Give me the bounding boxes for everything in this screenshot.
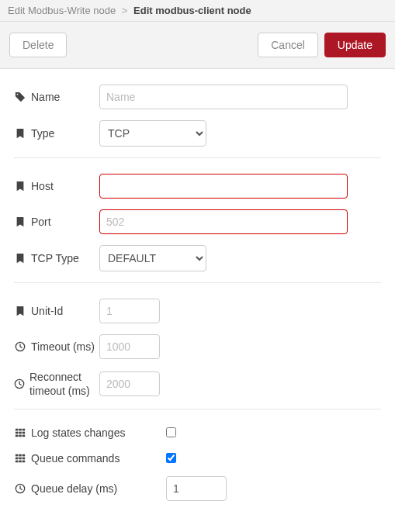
timeout-input[interactable]: [99, 334, 160, 359]
clock-icon: [14, 483, 26, 494]
label-reconnect: Reconnect timeout (ms): [14, 370, 99, 398]
logstates-checkbox[interactable]: [166, 427, 176, 437]
row-queuedelay: Queue delay (ms): [14, 476, 381, 501]
svg-rect-3: [19, 429, 22, 431]
svg-rect-6: [19, 432, 22, 434]
label-logstates-text: Log states changes: [31, 427, 125, 439]
svg-rect-2: [16, 429, 19, 431]
svg-rect-10: [23, 435, 26, 437]
breadcrumb: Edit Modbus-Write node > Edit modbus-cli…: [0, 0, 395, 22]
row-tcptype: TCP Type DEFAULT: [14, 245, 381, 271]
svg-rect-13: [23, 454, 26, 457]
delete-button[interactable]: Delete: [9, 33, 67, 57]
svg-rect-17: [16, 461, 19, 463]
label-tcptype-text: TCP Type: [31, 252, 79, 264]
update-button[interactable]: Update: [324, 33, 386, 57]
label-timeout-text: Timeout (ms): [31, 340, 95, 353]
clock-icon: [14, 341, 26, 352]
row-timeout: Timeout (ms): [14, 334, 381, 359]
label-unitid: Unit-Id: [14, 305, 99, 317]
label-name-text: Name: [31, 91, 60, 103]
svg-rect-12: [19, 454, 22, 457]
clock-icon: [14, 378, 25, 389]
svg-rect-18: [19, 461, 22, 463]
breadcrumb-current: Edit modbus-client node: [133, 5, 251, 16]
row-unitid: Unit-Id: [14, 299, 381, 323]
svg-rect-9: [19, 435, 22, 437]
queuecmds-checkbox[interactable]: [166, 453, 176, 463]
tcptype-select[interactable]: DEFAULT: [99, 245, 206, 271]
label-logstates: Log states changes: [14, 427, 154, 439]
breadcrumb-parent[interactable]: Edit Modbus-Write node: [8, 5, 116, 16]
svg-rect-14: [16, 458, 19, 460]
label-reconnect-text: Reconnect timeout (ms): [29, 370, 99, 398]
host-input[interactable]: [99, 174, 348, 199]
bookmark-icon: [14, 128, 26, 139]
svg-rect-7: [23, 432, 26, 434]
th-icon: [14, 427, 26, 438]
label-queuedelay-text: Queue delay (ms): [31, 482, 117, 495]
svg-rect-11: [16, 454, 19, 457]
separator-2: [14, 282, 381, 283]
name-input[interactable]: [99, 85, 348, 109]
row-host: Host: [14, 174, 381, 199]
reconnect-input[interactable]: [99, 371, 160, 396]
label-timeout: Timeout (ms): [14, 340, 99, 353]
label-name: Name: [14, 91, 99, 103]
separator-1: [14, 157, 381, 158]
label-queuecmds: Queue commands: [14, 452, 154, 465]
label-tcptype: TCP Type: [14, 252, 99, 264]
row-logstates: Log states changes: [14, 425, 381, 440]
bookmark-icon: [14, 253, 26, 264]
label-port: Port: [14, 216, 99, 228]
row-name: Name: [14, 85, 381, 109]
svg-rect-15: [19, 458, 22, 460]
bookmark-icon: [14, 181, 26, 192]
label-type-text: Type: [31, 127, 54, 140]
label-unitid-text: Unit-Id: [31, 305, 63, 317]
bookmark-icon: [14, 216, 26, 227]
type-select[interactable]: TCP: [99, 120, 206, 147]
label-host: Host: [14, 180, 99, 192]
svg-rect-5: [16, 432, 19, 434]
cancel-button[interactable]: Cancel: [258, 33, 318, 57]
svg-rect-16: [23, 458, 26, 460]
queuedelay-input[interactable]: [166, 476, 227, 501]
breadcrumb-separator: >: [119, 5, 131, 16]
row-type: Type TCP: [14, 120, 381, 147]
label-queuecmds-text: Queue commands: [31, 452, 120, 465]
form: Name Type TCP Host Port: [0, 69, 395, 527]
separator-3: [14, 409, 381, 409]
label-port-text: Port: [31, 216, 51, 228]
svg-rect-19: [23, 461, 26, 463]
svg-rect-8: [16, 435, 19, 437]
bookmark-icon: [14, 306, 26, 316]
row-reconnect: Reconnect timeout (ms): [14, 370, 381, 398]
label-host-text: Host: [31, 180, 54, 192]
unitid-input[interactable]: [99, 299, 160, 323]
th-icon: [14, 453, 26, 464]
svg-rect-4: [23, 429, 26, 431]
label-queuedelay: Queue delay (ms): [14, 482, 154, 495]
row-queuecmds: Queue commands: [14, 451, 381, 465]
tag-icon: [14, 92, 26, 102]
label-type: Type: [14, 127, 99, 140]
row-port: Port: [14, 209, 381, 234]
port-input[interactable]: [99, 209, 348, 234]
toolbar: Delete Cancel Update: [0, 22, 395, 69]
